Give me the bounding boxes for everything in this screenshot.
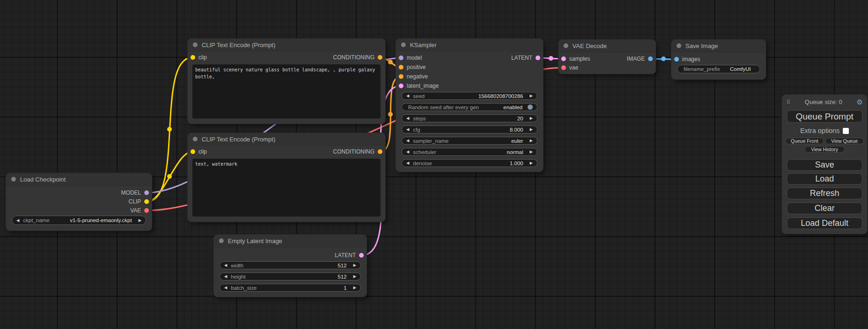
- collapse-dot[interactable]: [401, 42, 406, 47]
- comfyui-canvas[interactable]: { "ui": { "arrow_left": "◀", "arrow_righ…: [0, 0, 868, 329]
- height-widget[interactable]: ◀ height 512 ▶: [219, 273, 361, 280]
- increment-arrow-icon[interactable]: ▶: [353, 286, 356, 290]
- decrement-arrow-icon[interactable]: ◀: [16, 218, 20, 223]
- input-slot-samples[interactable]: samples: [561, 55, 590, 63]
- input-dot-clip[interactable]: [191, 149, 195, 154]
- input-dot-vae[interactable]: [561, 65, 566, 70]
- increment-arrow-icon[interactable]: ▶: [529, 139, 533, 143]
- output-dot-conditioning[interactable]: [378, 55, 382, 60]
- increment-arrow-icon[interactable]: ▶: [529, 161, 533, 165]
- decrement-arrow-icon[interactable]: ◀: [406, 150, 409, 154]
- node-load-checkpoint[interactable]: Load Checkpoint MODEL CLIP VAE ◀ ckpt_na…: [6, 173, 152, 231]
- decrement-arrow-icon[interactable]: ◀: [406, 116, 409, 120]
- batch-size-widget[interactable]: ◀ batch_size 1 ▶: [219, 284, 361, 292]
- input-slot-model[interactable]: model: [399, 54, 422, 62]
- seed-widget[interactable]: ◀ seed 156680208700286 ▶: [402, 92, 537, 100]
- width-widget[interactable]: ◀ width 512 ▶: [219, 261, 361, 269]
- decrement-arrow-icon[interactable]: ◀: [406, 94, 409, 98]
- input-slot-vae[interactable]: vae: [561, 63, 578, 72]
- node-save-image[interactable]: Save Image images filename_prefix ComfyU…: [671, 40, 766, 79]
- output-slot-model[interactable]: MODEL: [121, 189, 149, 197]
- view-history-button[interactable]: View History: [804, 146, 845, 153]
- input-dot-positive[interactable]: [399, 65, 403, 70]
- output-dot-latent[interactable]: [359, 253, 364, 258]
- output-slot-vae[interactable]: VAE: [130, 206, 149, 215]
- increment-arrow-icon[interactable]: ▶: [529, 94, 533, 98]
- load-button[interactable]: Load: [787, 173, 862, 185]
- increment-arrow-icon[interactable]: ▶: [529, 150, 533, 154]
- prompt-textarea[interactable]: beautiful scenery nature glass bottle la…: [192, 64, 381, 119]
- random-seed-widget[interactable]: Random seed after every gen enabled: [402, 103, 537, 111]
- node-title[interactable]: KSampler: [396, 39, 543, 51]
- filename-prefix-widget[interactable]: filename_prefix ComfyUI: [677, 65, 760, 73]
- decrement-arrow-icon[interactable]: ◀: [406, 127, 409, 132]
- input-dot-clip[interactable]: [191, 55, 195, 60]
- node-title[interactable]: Empty Latent Image: [214, 235, 367, 247]
- node-empty-latent-image[interactable]: Empty Latent Image LATENT ◀ width 512 ▶ …: [214, 235, 367, 297]
- output-dot-model[interactable]: [144, 190, 149, 195]
- input-slot-latent-image[interactable]: latent_image: [399, 82, 439, 90]
- output-slot-latent[interactable]: LATENT: [511, 54, 540, 62]
- input-dot-images[interactable]: [674, 57, 679, 62]
- output-dot-clip[interactable]: [144, 199, 149, 204]
- cfg-widget[interactable]: ◀ cfg 8.000 ▶: [402, 126, 537, 133]
- ckpt-name-widget[interactable]: ◀ ckpt_name v1-5-pruned-emaonly.ckpt ▶: [12, 216, 146, 225]
- save-button[interactable]: Save: [787, 159, 862, 171]
- drag-handle-icon[interactable]: ⠿: [786, 99, 790, 105]
- decrement-arrow-icon[interactable]: ◀: [224, 274, 227, 279]
- node-clip-text-encode-negative[interactable]: CLIP Text Encode (Prompt) clip CONDITION…: [188, 133, 385, 222]
- input-slot-clip[interactable]: clip: [191, 53, 207, 62]
- output-slot-image[interactable]: IMAGE: [627, 55, 653, 63]
- collapse-dot[interactable]: [11, 177, 16, 182]
- queue-prompt-button[interactable]: Queue Prompt: [787, 110, 862, 123]
- output-slot-clip[interactable]: CLIP: [128, 197, 149, 206]
- collapse-dot[interactable]: [219, 238, 224, 243]
- increment-arrow-icon[interactable]: ▶: [529, 127, 533, 132]
- scheduler-widget[interactable]: ◀ scheduler normal ▶: [402, 148, 537, 156]
- decrement-arrow-icon[interactable]: ◀: [406, 139, 409, 143]
- node-title[interactable]: CLIP Text Encode (Prompt): [188, 39, 385, 51]
- denoise-widget[interactable]: ◀ denoise 1.000 ▶: [402, 159, 537, 167]
- input-dot-negative[interactable]: [399, 74, 403, 79]
- increment-arrow-icon[interactable]: ▶: [529, 116, 533, 120]
- node-clip-text-encode-positive[interactable]: CLIP Text Encode (Prompt) clip CONDITION…: [188, 39, 385, 124]
- seed-toggle-icon[interactable]: [528, 105, 533, 110]
- output-dot-image[interactable]: [648, 56, 653, 61]
- prompt-textarea[interactable]: text, watermark: [192, 159, 381, 217]
- decrement-arrow-icon[interactable]: ◀: [406, 161, 409, 165]
- input-slot-images[interactable]: images: [674, 55, 700, 63]
- output-dot-vae[interactable]: [144, 208, 149, 213]
- node-title[interactable]: Load Checkpoint: [6, 173, 152, 186]
- decrement-arrow-icon[interactable]: ◀: [224, 263, 227, 267]
- increment-arrow-icon[interactable]: ▶: [138, 218, 141, 223]
- node-title[interactable]: Save Image: [671, 40, 766, 52]
- collapse-dot[interactable]: [564, 43, 568, 48]
- input-slot-positive[interactable]: positive: [399, 63, 426, 71]
- increment-arrow-icon[interactable]: ▶: [353, 263, 356, 267]
- node-title[interactable]: CLIP Text Encode (Prompt): [188, 133, 385, 146]
- refresh-button[interactable]: Refresh: [787, 188, 862, 199]
- collapse-dot[interactable]: [193, 42, 198, 47]
- extra-options-checkbox[interactable]: [843, 128, 849, 134]
- sampler-name-widget[interactable]: ◀ sampler_name euler ▶: [402, 137, 537, 145]
- input-slot-clip[interactable]: clip: [191, 147, 207, 156]
- node-vae-decode[interactable]: VAE Decode samples vae IMAGE: [558, 40, 656, 74]
- gear-icon[interactable]: ⚙: [857, 98, 863, 105]
- increment-arrow-icon[interactable]: ▶: [353, 274, 356, 279]
- output-dot-conditioning[interactable]: [378, 149, 382, 154]
- clear-button[interactable]: Clear: [787, 203, 862, 214]
- input-dot-latent-image[interactable]: [399, 84, 403, 88]
- decrement-arrow-icon[interactable]: ◀: [224, 286, 227, 290]
- output-slot-conditioning[interactable]: CONDITIONING: [333, 53, 382, 62]
- steps-widget[interactable]: ◀ steps 20 ▶: [402, 114, 537, 122]
- input-slot-negative[interactable]: negative: [399, 72, 428, 81]
- output-slot-conditioning[interactable]: CONDITIONING: [333, 147, 382, 156]
- load-default-button[interactable]: Load Default: [787, 217, 862, 229]
- queue-front-button[interactable]: Queue Front: [785, 138, 824, 144]
- collapse-dot[interactable]: [677, 43, 681, 48]
- node-ksampler[interactable]: KSampler model positive negative latent_…: [396, 39, 543, 172]
- input-dot-samples[interactable]: [561, 56, 566, 61]
- output-slot-latent[interactable]: LATENT: [335, 251, 364, 259]
- collapse-dot[interactable]: [193, 137, 198, 141]
- input-dot-model[interactable]: [399, 56, 403, 60]
